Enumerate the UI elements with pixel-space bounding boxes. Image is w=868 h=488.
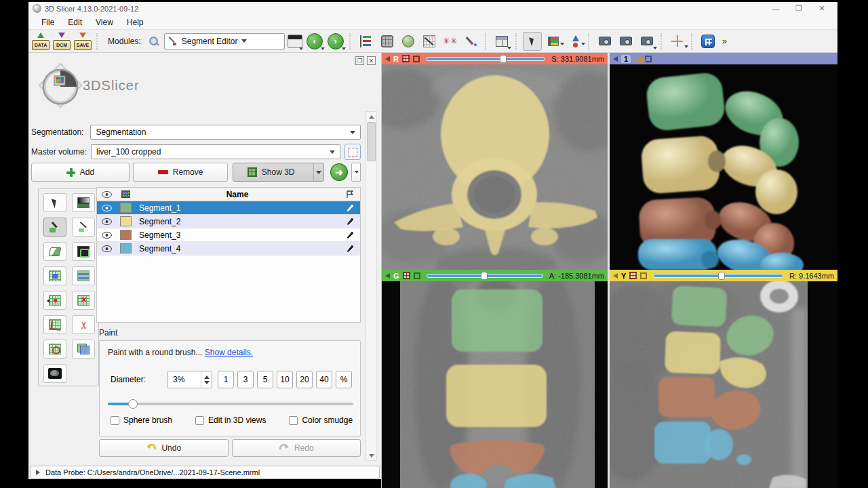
effect-erase-button[interactable] — [43, 242, 66, 261]
spin-down-icon[interactable] — [204, 381, 210, 384]
red-slice-slider[interactable] — [426, 55, 545, 63]
view-link-icon[interactable] — [645, 56, 652, 62]
pin-icon[interactable] — [613, 56, 618, 62]
effect-draw-button[interactable] — [72, 218, 95, 237]
scene-view-restore-button[interactable] — [637, 32, 656, 51]
data-probe-box[interactable]: Data Probe: C:/Users/andra/OneDrive/...2… — [30, 466, 380, 479]
effect-paint-button[interactable] — [43, 218, 66, 237]
slice-link-icon[interactable] — [414, 272, 420, 279]
screenshot-button[interactable] — [595, 32, 614, 51]
mouse-interaction-button[interactable] — [523, 32, 542, 51]
effect-logical-operators-button[interactable] — [72, 340, 95, 359]
preset-5-button[interactable]: 5 — [257, 371, 273, 388]
preset-20-button[interactable]: 20 — [296, 371, 313, 388]
effect-level-tracing-button[interactable] — [72, 242, 95, 261]
pin-icon[interactable] — [613, 273, 618, 279]
green-slice-slider[interactable] — [427, 272, 543, 280]
threed-viewport[interactable] — [610, 64, 837, 270]
layout-selector-button[interactable] — [492, 32, 511, 51]
scroll-up-icon[interactable] — [366, 112, 376, 121]
yellow-slice-viewport[interactable] — [610, 281, 837, 488]
toolbar-overflow-button[interactable]: » — [719, 36, 730, 46]
redo-button[interactable]: Redo — [232, 439, 361, 457]
preset-3-button[interactable]: 3 — [237, 371, 254, 388]
crosshair-button[interactable] — [668, 32, 687, 51]
show-3d-button[interactable]: Show 3D — [233, 163, 324, 182]
master-volume-selector[interactable]: liver_100 cropped — [91, 144, 340, 159]
slider-handle[interactable] — [128, 399, 138, 409]
minimize-button[interactable]: — — [764, 5, 787, 13]
module-search-button[interactable] — [146, 32, 162, 51]
close-button[interactable]: ✕ — [810, 4, 833, 13]
maximize-button[interactable]: ❐ — [787, 4, 810, 13]
effect-grow-from-seeds-button[interactable] — [43, 266, 66, 285]
slice-menu-icon[interactable] — [403, 272, 410, 279]
sphere-brush-checkbox[interactable]: Sphere brush — [111, 415, 172, 425]
window-level-button[interactable] — [544, 32, 563, 51]
module-history-button[interactable] — [287, 32, 303, 51]
add-segment-button[interactable]: Add — [31, 163, 130, 182]
place-fiducial-button[interactable] — [565, 32, 584, 51]
forward-button[interactable]: › — [326, 32, 345, 51]
segmentation-selector[interactable]: Segmentation — [90, 125, 361, 140]
yellow-slice-slider[interactable] — [653, 272, 783, 280]
save-button[interactable]: SAVE — [73, 33, 92, 50]
panel-undock-icon[interactable]: ❐ — [355, 56, 364, 65]
slice-menu-icon[interactable] — [629, 272, 637, 279]
rotate-view-icon[interactable] — [634, 55, 642, 62]
segment-row[interactable]: Segment_4 — [97, 242, 360, 256]
volume-rendering-button[interactable] — [378, 32, 397, 51]
slice-link-icon[interactable] — [640, 272, 647, 279]
diameter-spinbox[interactable]: 3% — [167, 371, 212, 388]
remove-segment-button[interactable]: Remove — [133, 163, 228, 182]
segment-row[interactable]: Segment_1 — [97, 201, 360, 215]
markups-button[interactable] — [462, 32, 481, 51]
load-dicom-button[interactable]: DCM — [52, 33, 71, 50]
module-selector[interactable]: Segment Editor — [164, 33, 285, 49]
pin-icon[interactable] — [385, 273, 390, 279]
effect-islands-button[interactable] — [43, 340, 66, 359]
effect-hollow-button[interactable] — [72, 291, 95, 310]
transforms-button[interactable]: ✳✳ — [441, 32, 460, 51]
effect-scissors-button[interactable]: ✂ — [72, 315, 95, 334]
slider-handle[interactable] — [500, 55, 507, 63]
red-slice-viewport[interactable] — [382, 64, 608, 270]
preset-1-button[interactable]: 1 — [218, 371, 234, 388]
pin-icon[interactable] — [385, 56, 390, 62]
spin-up-icon[interactable] — [204, 375, 210, 379]
slider-handle[interactable] — [481, 272, 488, 280]
color-smudge-checkbox[interactable]: Color smudge — [289, 415, 353, 425]
scene-view-capture-button[interactable] — [616, 32, 635, 51]
extensions-button[interactable] — [698, 32, 717, 51]
effect-none-cursor-button[interactable] — [43, 193, 66, 212]
switch-to-segmentations-button[interactable]: ➜ — [330, 163, 348, 181]
specify-geometry-button[interactable] — [344, 144, 361, 160]
effect-smoothing-button[interactable] — [43, 315, 66, 334]
segment-row[interactable]: Segment_2 — [97, 215, 360, 228]
edit-in-3d-checkbox[interactable]: Edit in 3D views — [195, 415, 266, 425]
menu-file[interactable]: File — [35, 16, 60, 28]
yellow-slice-bar[interactable]: Y R: 9.1643mm — [610, 270, 837, 281]
threed-view-bar[interactable]: 1 — [610, 53, 837, 64]
effect-fill-between-slices-button[interactable] — [72, 266, 95, 285]
expand-arrow-icon[interactable] — [36, 470, 40, 475]
panel-close-icon[interactable]: ✕ — [367, 56, 376, 65]
menu-edit[interactable]: Edit — [62, 16, 88, 28]
slice-link-icon[interactable] — [413, 56, 420, 62]
diameter-slider[interactable] — [108, 399, 353, 409]
back-button[interactable]: ‹ — [305, 32, 324, 51]
effect-margin-button[interactable] — [43, 291, 66, 310]
segment-row[interactable]: Segment_3 — [97, 228, 360, 242]
load-data-button[interactable]: DATA — [31, 33, 50, 50]
effect-threshold-button[interactable] — [72, 193, 95, 212]
segmentations-dropdown[interactable] — [351, 163, 361, 182]
scrollbar-thumb[interactable] — [367, 122, 376, 161]
show-details-link[interactable]: Show details. — [205, 348, 253, 357]
module-list-button[interactable] — [357, 32, 376, 51]
effect-mask-volume-button[interactable] — [43, 364, 66, 383]
models-button[interactable] — [399, 32, 418, 51]
preset-percent-button[interactable]: % — [336, 371, 352, 388]
menu-view[interactable]: View — [90, 16, 119, 28]
menu-help[interactable]: Help — [121, 16, 150, 28]
red-slice-bar[interactable]: R S: 331.9081mm — [382, 53, 608, 64]
